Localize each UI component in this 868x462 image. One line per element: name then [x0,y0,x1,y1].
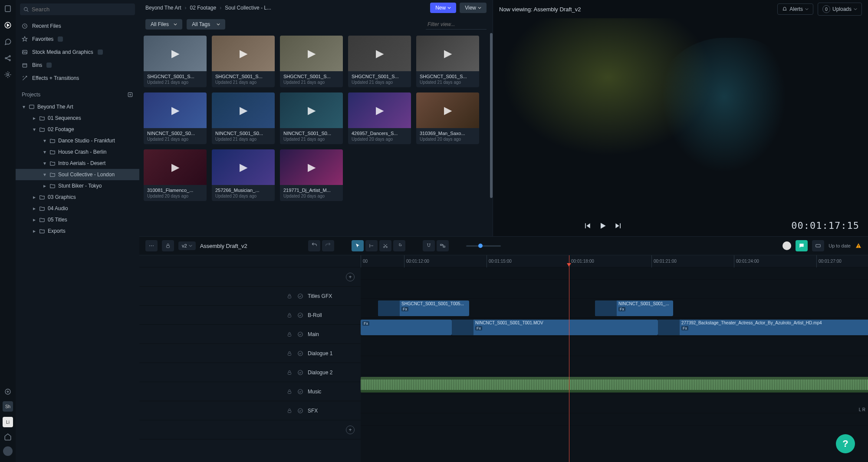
timeline-clip[interactable]: NINCNCT_S001_S001_T001.MOVFx [452,320,658,335]
clip-card[interactable]: ▶NINCNCT_S002_S0...Updated 21 days ago [144,92,207,144]
workspace-chip-sh[interactable]: Sh [3,401,13,412]
alerts-button[interactable]: Alerts [777,3,813,15]
clip-card[interactable]: ▶426957_Dancers_S...Updated 20 days ago [348,92,411,144]
track-titles-gfx[interactable] [361,280,868,299]
comments-button[interactable] [796,240,808,251]
crumb[interactable]: Beyond The Art [145,5,181,11]
nav-recent[interactable]: Recent Files [16,20,139,33]
track-header[interactable]: B-Roll [139,306,361,325]
clip-card[interactable]: ▶SHGCNCT_S001_S...Updated 21 days ago [144,36,207,87]
track-header[interactable]: Titles GFX [139,287,361,306]
visibility-icon[interactable] [297,408,303,414]
filter-input[interactable] [426,20,487,30]
visibility-icon[interactable] [297,350,303,356]
tree-row[interactable]: ▾House Crash - Berlin [16,146,139,158]
clip-card[interactable]: ▶SHGCNCT_S001_S...Updated 21 days ago [348,36,411,87]
add-track-button[interactable]: + [346,273,355,281]
track-music[interactable] [361,375,868,394]
more-icon[interactable]: ⋯ [145,240,158,251]
track-dialogue-1[interactable] [361,337,868,356]
nav-stock[interactable]: Stock Media and Graphics [16,46,139,59]
undo-button[interactable] [308,240,320,251]
tree-row[interactable]: ▸05 Titles [16,214,139,225]
nav-favorites[interactable]: Favorites [16,33,139,46]
chat-icon[interactable] [3,37,12,46]
lock-icon[interactable] [287,389,293,394]
tree-row[interactable]: ▸03 Graphics [16,191,139,203]
lock-icon[interactable] [287,294,293,299]
warning-icon[interactable] [855,242,862,249]
timeline-clip[interactable]: Fx [361,320,452,335]
tree-row[interactable]: ▸Exports [16,225,139,237]
tree-row[interactable]: ▾Soul Collective - London [16,169,139,180]
play-button[interactable] [598,221,608,231]
user-avatar[interactable] [3,446,13,456]
track-main[interactable]: FxNINCNCT_S001_S001_T001.MOVFx277392_Bac… [361,318,868,337]
timeline-clip[interactable]: 277392_Backstage_Theater_Actress_Actor_B… [658,320,868,335]
playhead[interactable] [569,255,569,462]
search-input[interactable] [32,6,132,13]
track-header[interactable]: Dialogue 1 [139,344,361,363]
tree-row[interactable]: ▾02 Footage [16,124,139,135]
visibility-icon[interactable] [297,331,303,337]
track-header[interactable]: Dialogue 2 [139,363,361,382]
clip-card[interactable]: ▶310369_Man_Saxo...Updated 20 days ago [416,92,479,144]
add-track-button[interactable]: + [346,426,355,434]
lock-icon[interactable] [162,240,174,251]
share-icon[interactable] [3,54,12,63]
step-back-button[interactable] [582,221,592,231]
snap-tool[interactable] [423,240,435,251]
track-header[interactable]: SFX [139,401,361,420]
redo-button[interactable] [322,240,334,251]
clip-card[interactable]: ▶257266_Musician_...Updated 20 days ago [212,149,275,201]
lock-icon[interactable] [287,332,293,337]
visibility-icon[interactable] [297,370,303,376]
uploads-button[interactable]: 0Uploads [818,3,862,16]
timeline-clip[interactable]: NINCNCT_S001_S001_...Fx [595,300,673,316]
nav-bins[interactable]: Bins [16,59,139,72]
trim-tool[interactable] [393,240,405,251]
track-dialogue-2[interactable] [361,356,868,375]
track-header[interactable]: Main [139,325,361,344]
filter-tags[interactable]: All Tags [187,19,225,30]
link-tool[interactable] [437,240,449,251]
preview-viewport[interactable] [499,18,862,215]
crumb[interactable]: 02 Footage [190,5,217,11]
nav-effects[interactable]: Effects + Transitions [16,72,139,85]
timeline-clip[interactable]: SHGCNCT_S001_S001_T005...Fx [378,300,469,316]
collab-avatar[interactable] [783,241,791,250]
cut-tool[interactable] [379,240,391,251]
clip-card[interactable]: ▶NINCNCT_S001_S0...Updated 21 days ago [280,92,343,144]
scrollbar[interactable] [490,33,493,198]
step-forward-button[interactable] [614,221,623,231]
zoom-slider[interactable] [466,245,501,247]
clip-card[interactable]: ▶310081_Flamenco_...Updated 20 days ago [144,149,207,201]
version-select[interactable]: v2 [178,241,196,250]
tracks-area[interactable]: 0000:01:12:0000:01:15:0000:01:18:0000:01… [361,255,868,462]
view-button[interactable]: View [460,3,487,13]
track-b-roll[interactable]: SHGCNCT_S001_S001_T005...FxNINCNCT_S001_… [361,299,868,318]
lock-icon[interactable] [287,313,293,318]
new-button[interactable]: New [430,3,456,13]
play-icon[interactable] [3,21,12,30]
clip-card[interactable]: ▶SHGCNCT_S001_S...Updated 21 days ago [212,36,275,87]
add-project-icon[interactable] [127,92,133,98]
lock-icon[interactable] [287,351,293,356]
workspace-chip-li[interactable]: Li [3,417,13,427]
help-button[interactable]: ? [836,434,855,453]
track-header[interactable]: Music [139,382,361,401]
search-box[interactable] [20,3,135,15]
crumb[interactable]: Soul Collective - L... [225,5,271,11]
track-sfx[interactable]: L R [361,394,868,413]
visibility-icon[interactable] [297,389,303,395]
add-icon[interactable] [3,387,12,396]
clip-card[interactable]: ▶SHGCNCT_S001_S...Updated 21 days ago [280,36,343,87]
tree-row[interactable]: ▸Stunt Biker - Tokyo [16,180,139,191]
tree-row[interactable]: ▾Dance Studio - Frankfurt [16,135,139,146]
visibility-icon[interactable] [297,293,303,299]
home-icon[interactable] [3,432,12,441]
tree-row[interactable]: ▾Intro Aerials - Desert [16,158,139,169]
tree-row[interactable]: ▸04 Audio [16,203,139,214]
select-tool[interactable] [352,240,364,251]
clip-card[interactable]: ▶NINCNCT_S001_S0...Updated 21 days ago [212,92,275,144]
